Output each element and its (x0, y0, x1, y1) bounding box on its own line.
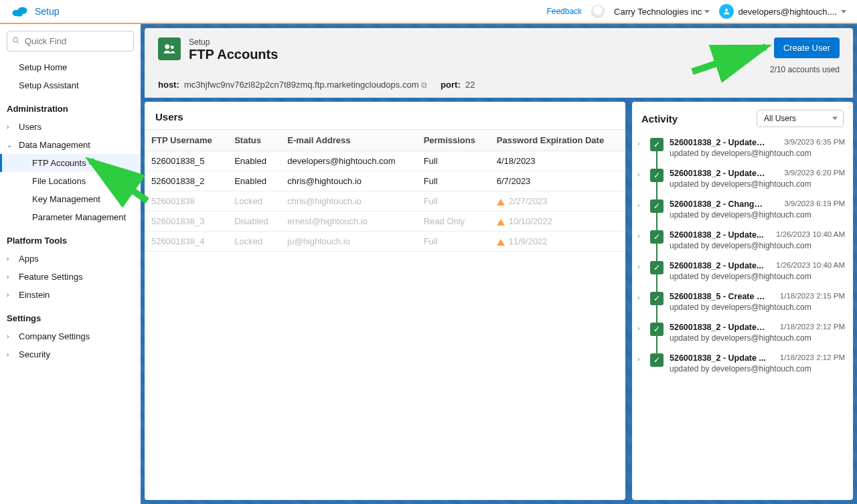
activity-subtitle: updated by developers@hightouch.com (670, 333, 845, 343)
activity-subtitle: updated by developers@hightouch.com (670, 149, 845, 158)
chevron-right-icon[interactable]: › (637, 293, 644, 301)
warning-icon (497, 239, 505, 246)
table-row[interactable]: 526001838_4Lockedju@hightouch.ioFull11/9… (145, 232, 625, 252)
org-switcher[interactable]: Carry Technologies inc (614, 7, 710, 17)
activity-item[interactable]: ›✓526001838_2 - Update...1/26/2023 10:40… (637, 256, 845, 286)
nav-parameter-management[interactable]: Parameter Management (0, 208, 141, 226)
feedback-link[interactable]: Feedback (546, 7, 582, 16)
cell-email: ju@hightouch.io (281, 232, 416, 252)
nav-company-settings[interactable]: ›Company Settings (0, 327, 141, 345)
nav-section-administration: Administration (0, 100, 141, 118)
cell-expiration: 11/9/2022 (490, 232, 625, 252)
activity-item[interactable]: ›✓526001838_2 - Change P...3/9/2023 6:19… (637, 194, 845, 225)
activity-user-filter[interactable]: All Users (757, 110, 844, 127)
activity-timestamp: 3/9/2023 6:35 PM (784, 138, 845, 147)
activity-subtitle: updated by developers@hightouch.com (670, 303, 845, 312)
warning-icon (497, 199, 505, 205)
cell-permissions: Full (417, 151, 490, 171)
caret-down-icon (704, 10, 710, 13)
nav-einstein[interactable]: ›Einstein (0, 286, 141, 304)
users-table: FTP Username Status E-mail Address Permi… (145, 129, 625, 252)
chevron-right-icon[interactable]: › (637, 170, 644, 178)
check-icon: ✓ (650, 292, 664, 305)
nav-data-management[interactable]: ⌄Data Management (0, 136, 141, 154)
activity-subtitle: updated by developers@hightouch.com (670, 179, 845, 189)
chevron-right-icon[interactable]: › (637, 201, 644, 209)
page-title: FTP Accounts (189, 47, 278, 62)
svg-point-2 (16, 11, 23, 16)
cell-status: Enabled (228, 151, 281, 171)
nav-key-management[interactable]: Key Management (0, 190, 141, 208)
activity-item[interactable]: ›✓526001838_5 - Create N...1/18/2023 2:1… (637, 286, 845, 317)
activity-item[interactable]: ›✓526001838_2 - Update...1/26/2023 10:40… (637, 225, 845, 256)
table-row[interactable]: 526001838_2Enabledchris@hightouch.ioFull… (145, 171, 625, 191)
chevron-right-icon[interactable]: › (637, 355, 644, 363)
col-permissions[interactable]: Permissions (417, 130, 490, 151)
col-status[interactable]: Status (228, 130, 281, 151)
cell-permissions: Full (417, 232, 490, 252)
cell-email: chris@hightouch.io (281, 191, 416, 212)
chevron-right-icon[interactable]: › (637, 232, 644, 240)
chevron-right-icon[interactable]: › (637, 262, 644, 270)
cell-status: Locked (228, 232, 281, 252)
svg-point-3 (725, 9, 728, 11)
cell-status: Enabled (228, 171, 281, 191)
cell-expiration: 6/7/2023 (490, 171, 625, 191)
caret-down-icon (832, 117, 838, 120)
activity-body: 526001838_2 - Update U...3/9/2023 6:35 P… (670, 138, 845, 158)
table-row[interactable]: 526001838Lockedchris@hightouch.ioFull2/2… (145, 191, 625, 212)
cell-status: Disabled (228, 212, 281, 232)
cell-email: chris@hightouch.io (281, 171, 416, 191)
cell-permissions: Full (417, 171, 490, 191)
col-username[interactable]: FTP Username (145, 130, 228, 151)
svg-line-5 (17, 41, 19, 44)
activity-item[interactable]: ›✓526001838_2 - Update ...1/18/2023 2:12… (637, 348, 845, 379)
chevron-right-icon: › (7, 351, 9, 358)
create-user-button[interactable]: Create User (774, 37, 840, 58)
users-heading: Users (145, 102, 625, 129)
cell-expiration: 2/27/2023 (490, 191, 625, 212)
nav-setup-assistant[interactable]: Setup Assistant (0, 76, 141, 94)
cell-username: 526001838_5 (145, 151, 228, 171)
setup-link[interactable]: Setup (35, 6, 60, 17)
svg-point-4 (13, 37, 18, 42)
user-menu[interactable]: developers@hightouch.... (719, 4, 846, 19)
activity-heading: Activity (641, 113, 678, 124)
activity-title: 526001838_5 - Create N... (670, 292, 767, 301)
host-value: mc3hjfwc9nv76zl82p2cn7t89zmq.ftp.marketi… (184, 80, 418, 90)
table-row[interactable]: 526001838_5Enableddevelopers@hightouch.c… (145, 151, 625, 171)
activity-timestamp: 1/18/2023 2:15 PM (780, 292, 845, 301)
activity-marker: ✓ (649, 138, 664, 151)
activity-item[interactable]: ›✓526001838_2 - Update U...3/9/2023 6:35… (637, 133, 845, 163)
nav-setup-home[interactable]: Setup Home (0, 58, 141, 76)
activity-timestamp: 1/26/2023 10:40 AM (776, 261, 845, 270)
topbar: Setup Feedback Carry Technologies inc de… (0, 0, 857, 24)
cell-username: 526001838 (145, 191, 228, 212)
nav-security[interactable]: ›Security (0, 345, 141, 363)
activity-title: 526001838_2 - Change P... (670, 199, 767, 209)
nav-file-locations[interactable]: File Locations (0, 172, 141, 190)
quick-find-wrapper (7, 31, 134, 52)
activity-body: 526001838_2 - Update...1/26/2023 10:40 A… (670, 261, 845, 281)
activity-item[interactable]: ›✓526001838_2 - Update I...1/18/2023 2:1… (637, 317, 845, 348)
activity-item[interactable]: ›✓526001838_2 - Update U...3/9/2023 6:20… (637, 163, 845, 194)
nav-users[interactable]: ›Users (0, 118, 141, 136)
caret-down-icon (841, 10, 846, 13)
activity-marker: ✓ (649, 199, 664, 213)
table-row[interactable]: 526001838_3Disabledernest@hightouch.ioRe… (145, 212, 625, 232)
cell-permissions: Read Only (417, 212, 490, 232)
ftp-accounts-icon (158, 37, 181, 60)
quick-find-input[interactable] (7, 31, 134, 52)
copy-host-icon[interactable]: ⧉ (421, 80, 427, 90)
check-icon: ✓ (650, 138, 664, 151)
nav-apps[interactable]: ›Apps (0, 250, 141, 268)
col-expiration[interactable]: Password Expiration Date (490, 130, 625, 151)
nav-feature-settings[interactable]: ›Feature Settings (0, 268, 141, 286)
col-email[interactable]: E-mail Address (281, 130, 416, 151)
cell-email: ernest@hightouch.io (281, 212, 416, 232)
chevron-right-icon[interactable]: › (637, 139, 644, 147)
chevron-right-icon[interactable]: › (637, 324, 644, 332)
page-header: Setup FTP Accounts Create User 2/10 acco… (145, 28, 853, 98)
org-name-label: Carry Technologies inc (614, 7, 702, 17)
nav-ftp-accounts[interactable]: FTP Accounts (0, 154, 141, 172)
